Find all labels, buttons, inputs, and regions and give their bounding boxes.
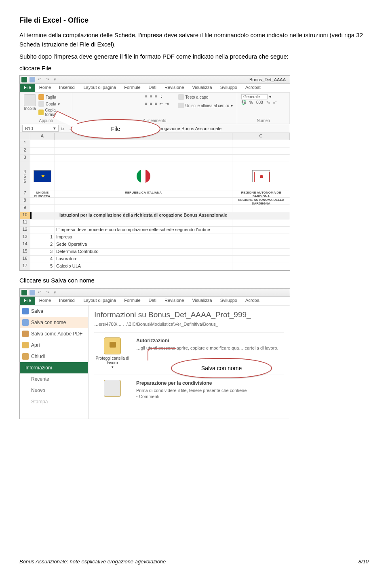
page-title: File di Excel - Office <box>19 16 369 25</box>
tab-file[interactable]: File <box>20 84 35 92</box>
align-top-icon[interactable]: ≡ <box>145 94 148 99</box>
footer-left: Bonus Assunzionale: note esplicative ero… <box>19 558 166 565</box>
orient-icon[interactable]: ⤹ <box>160 94 163 99</box>
thousand-icon[interactable]: 000 <box>256 100 263 105</box>
list-num: 2 <box>30 241 55 248</box>
row-head[interactable]: 17 <box>20 263 30 270</box>
nav-salva-con-nome[interactable]: Salva con nome <box>20 317 88 328</box>
row-head[interactable]: 14 <box>20 241 30 248</box>
nav-salva-pdf[interactable]: Salva come Adobe PDF <box>20 328 88 339</box>
dropdown-icon[interactable]: ▾ <box>54 290 59 295</box>
tab-dati[interactable]: Dati <box>145 297 161 305</box>
tab-home[interactable]: Home <box>35 84 55 92</box>
nav-chiudi[interactable]: Chiudi <box>20 351 88 362</box>
row-head[interactable]: 7 <box>20 190 30 197</box>
redo-icon[interactable]: ↷ <box>46 77 51 82</box>
prepare-text: Preparazione per la condivisione Prima d… <box>136 380 247 400</box>
wrap-icon[interactable] <box>178 94 184 100</box>
align-right-icon[interactable]: ≡ <box>155 101 157 106</box>
open-icon <box>22 342 29 348</box>
redo-icon[interactable]: ↷ <box>46 290 51 295</box>
tab-dati[interactable]: Dati <box>145 84 161 92</box>
tab-inserisci[interactable]: Inserisci <box>55 297 79 305</box>
tab-inserisci[interactable]: Inserisci <box>55 84 79 92</box>
tab-formule[interactable]: Formule <box>120 297 144 305</box>
tab-visualizza[interactable]: Visualizza <box>188 297 216 305</box>
callout-save-as-text: Salva con nome <box>201 365 242 371</box>
align-mid-icon[interactable]: ≡ <box>150 94 152 99</box>
row-head[interactable]: 3 <box>20 155 30 162</box>
nav-label: Apri <box>31 342 40 348</box>
col-a[interactable]: A <box>30 133 55 140</box>
fx-icon[interactable]: fx <box>61 126 67 131</box>
tab-sviluppo[interactable]: Sviluppo <box>216 84 241 92</box>
number-format[interactable]: Generale <box>241 94 268 99</box>
indent-dec-icon[interactable]: ⇤ <box>160 101 163 106</box>
nav-stampa[interactable]: Stampa <box>20 396 88 407</box>
dec-dec-icon[interactable]: ₀⁻ <box>273 100 277 105</box>
currency-icon[interactable]: 💱 <box>241 100 246 105</box>
row-head[interactable]: 15 <box>20 249 30 255</box>
nav-apri[interactable]: Apri <box>20 339 88 351</box>
indent-inc-icon[interactable]: ⇥ <box>165 101 169 106</box>
name-box[interactable]: B10▾ <box>22 125 59 132</box>
copy-icon[interactable] <box>38 101 44 107</box>
nav-informazioni[interactable]: Informazioni <box>20 362 88 373</box>
row-head[interactable]: 9 <box>20 205 30 212</box>
dropdown-icon[interactable]: ▾ <box>54 77 59 82</box>
tab-visualizza[interactable]: Visualizza <box>188 84 216 92</box>
tab-formule[interactable]: Formule <box>120 84 144 92</box>
align-left-icon[interactable]: ≡ <box>145 101 148 106</box>
row-head[interactable]: 10 <box>20 212 30 219</box>
col-c[interactable]: C <box>232 133 290 140</box>
row-head[interactable]: 13 <box>20 234 30 241</box>
nav-nuovo[interactable]: Nuovo <box>20 385 88 396</box>
tab-home[interactable]: Home <box>35 297 55 305</box>
italy-emblem-icon <box>137 169 150 183</box>
excel-screenshot-1: ↶ ↷ ▾ Bonus_Det_AAAA File Home Inserisci… <box>19 75 290 271</box>
paste-icon[interactable] <box>24 94 36 106</box>
callout-salva-con-nome: Salva con nome <box>171 358 272 378</box>
percent-icon[interactable]: % <box>249 100 253 105</box>
row-head[interactable]: 8 <box>20 198 30 204</box>
prepare-title: Preparazione per la condivisione <box>136 380 247 387</box>
tab-layout[interactable]: Layout di pagina <box>79 84 120 92</box>
undo-icon[interactable]: ↶ <box>38 77 43 82</box>
merge-icon[interactable] <box>178 103 184 108</box>
tab-file[interactable]: File <box>20 297 35 305</box>
nav-salva[interactable]: Salva <box>20 306 88 317</box>
row-head[interactable]: 11 <box>20 219 30 226</box>
nav-recente[interactable]: Recente <box>20 373 88 385</box>
row-head[interactable]: 12 <box>20 227 30 234</box>
align-center-icon[interactable]: ≡ <box>150 101 152 106</box>
protect-workbook-button[interactable]: Proteggi cartella di lavoro ▾ <box>94 337 131 369</box>
align-bot-icon[interactable]: ≡ <box>155 94 157 99</box>
row-head[interactable]: 456 <box>20 162 30 190</box>
inc-dec-icon[interactable]: ⁺₀ <box>266 100 270 105</box>
permissions-title: Autorizzazioni <box>136 337 278 344</box>
tab-revisione[interactable]: Revisione <box>160 297 188 305</box>
save-icon[interactable] <box>30 77 35 82</box>
save-icon[interactable] <box>30 290 35 295</box>
row-head[interactable]: 1 <box>20 140 30 147</box>
cut-icon[interactable] <box>38 94 44 100</box>
list-item: Sede Operativa <box>55 241 232 248</box>
tab-acrobat[interactable]: Acroba <box>241 297 264 305</box>
backstage-view: Salva Salva con nome Salva come Adobe PD… <box>20 306 290 419</box>
row-head[interactable]: 16 <box>20 256 30 263</box>
check-issues-button[interactable] <box>94 380 131 398</box>
ribbon-tabs: File Home Inserisci Layout di pagina For… <box>20 84 290 93</box>
row12-text: L'impresa deve procedere con la compilaz… <box>55 227 232 234</box>
chevron-down-icon[interactable]: ▾ <box>53 126 56 131</box>
tab-revisione[interactable]: Revisione <box>160 84 188 92</box>
tab-sviluppo[interactable]: Sviluppo <box>216 297 241 305</box>
format-painter-icon[interactable] <box>38 110 44 115</box>
tab-layout[interactable]: Layout di pagina <box>79 297 120 305</box>
select-all[interactable] <box>20 133 30 140</box>
undo-icon[interactable]: ↶ <box>38 290 43 295</box>
lock-icon <box>104 337 121 354</box>
tab-acrobat[interactable]: Acrobat <box>241 84 265 92</box>
callout-file-text: File <box>111 126 120 132</box>
nav-label: Chiudi <box>31 354 45 359</box>
row-head[interactable]: 2 <box>20 148 30 154</box>
